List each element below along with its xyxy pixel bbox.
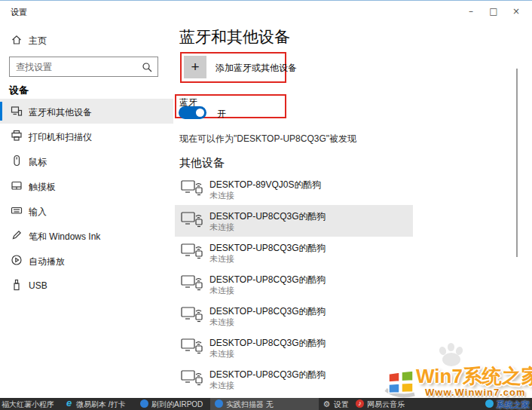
sidebar-section-header: 设备: [9, 84, 29, 97]
sidebar-item-home[interactable]: 主页: [0, 31, 166, 52]
usb-icon: [11, 279, 23, 294]
taskbar-item-6[interactable]: ♪ 网易云音乐: [356, 398, 405, 410]
blue-app-icon: [140, 399, 148, 408]
sidebar-item-label: 自动播放: [29, 255, 65, 268]
device-status: 未连接: [209, 190, 234, 201]
device-status: 未连接: [209, 317, 234, 328]
taskbar-item-2[interactable]: e 微易刷本 /打卡: [65, 398, 126, 410]
sidebar-item-printers[interactable]: 打印机和扫描仪: [0, 124, 173, 148]
blue-app-icon: [215, 399, 223, 408]
gear-icon: ⚙: [323, 399, 331, 408]
page-title: 蓝牙和其他设备: [179, 26, 290, 47]
sidebar-item-touchpad[interactable]: 触摸板: [0, 173, 173, 198]
touchpad-icon: [11, 179, 23, 194]
minimize-button[interactable]: –: [460, 4, 482, 19]
discovery-status: 现在可以作为"DESKTOP-UP8CQ3G"被发现: [179, 133, 356, 145]
devices-icon: [11, 105, 23, 120]
sidebar-item-label: 鼠标: [29, 156, 47, 169]
sidebar-item-bluetooth-devices[interactable]: 蓝牙和其他设备: [0, 99, 173, 124]
window-controls: – □ ×: [460, 4, 527, 19]
taskbar: 福大红薯小程序 e 微易刷本 /打卡 刷到的AIRPOD 实践扫描器 无 ⚙ 设…: [0, 398, 532, 410]
printer-icon: [11, 130, 23, 145]
taskbar-item-settings[interactable]: ⚙ 设置: [323, 398, 349, 410]
sidebar-item-label: USB: [29, 280, 47, 291]
taskbar-item-3[interactable]: 刷到的AIRPOD: [140, 398, 203, 410]
device-status: 未连接: [209, 222, 234, 233]
device-status: 未连接: [209, 348, 234, 360]
plus-icon: +: [184, 56, 206, 78]
ie-icon: e: [65, 399, 73, 408]
remote-device-icon: [181, 369, 203, 391]
remote-device-icon: [181, 242, 203, 265]
sidebar-item-label: 打印机和扫描仪: [29, 131, 92, 144]
maximize-button[interactable]: □: [482, 4, 505, 19]
device-status: 未连接: [209, 253, 234, 265]
taskbar-item-label: 微易刷本 /打卡: [76, 399, 126, 410]
taskbar-item-7[interactable]: 系统之家: [485, 398, 530, 410]
home-icon: [11, 34, 23, 49]
scrollbar[interactable]: [516, 69, 518, 257]
device-row[interactable]: DESKTOP-UP8CQ3G的酷狗 未连接: [175, 332, 413, 363]
sidebar-item-mouse[interactable]: 鼠标: [0, 148, 173, 173]
sidebar-home-label: 主页: [29, 35, 47, 47]
close-button[interactable]: ×: [505, 4, 527, 19]
taskbar-item-1[interactable]: 福大红薯小程序: [2, 398, 54, 410]
sidebar-item-pen-windows-ink[interactable]: 笔和 Windows Ink: [0, 223, 173, 248]
autoplay-icon: [11, 254, 23, 269]
pen-icon: [11, 229, 23, 244]
remote-device-icon: [181, 179, 203, 201]
add-device-button[interactable]: + 添加蓝牙或其他设备: [184, 56, 357, 79]
taskbar-item-4[interactable]: 实践扫描器 无: [210, 398, 319, 410]
sidebar-item-typing[interactable]: 输入: [0, 198, 173, 223]
taskbar-item-label: 网易云音乐: [367, 399, 405, 410]
sidebar-item-label: 输入: [29, 206, 47, 219]
taskbar-item-label: 刷到的AIRPOD: [151, 399, 203, 410]
music-app-icon: ♪: [356, 399, 364, 408]
sidebar-item-usb[interactable]: USB: [0, 273, 173, 298]
window-title: 设置: [11, 7, 27, 18]
device-status: 未连接: [209, 380, 234, 391]
device-row[interactable]: DESKTOP-UP8CQ3G的酷狗 未连接: [175, 205, 413, 237]
main-content: 蓝牙和其他设备 + 添加蓝牙或其他设备 蓝牙 开 现在可以作为"DESKTOP-…: [173, 23, 532, 398]
titlebar: 设置 – □ ×: [0, 1, 532, 23]
teal-globe-icon: [485, 399, 494, 408]
search-icon[interactable]: [142, 62, 152, 75]
remote-device-icon: [181, 337, 203, 360]
bluetooth-state-label: 开: [217, 108, 226, 121]
sidebar-item-label: 笔和 Windows Ink: [29, 231, 100, 243]
device-row[interactable]: DESKTOP-UP8CQ3G的酷狗 未连接: [175, 268, 413, 300]
search-input[interactable]: [16, 57, 136, 76]
bluetooth-toggle[interactable]: [179, 106, 206, 119]
remote-device-icon: [181, 210, 203, 233]
device-row[interactable]: DESKTOP-89VQJ0S的酷狗 未连接: [175, 173, 413, 205]
sidebar-item-autoplay[interactable]: 自动播放: [0, 248, 173, 273]
mouse-icon: [11, 155, 23, 170]
device-row[interactable]: DESKTOP-UP8CQ3G的酷狗 未连接: [175, 300, 413, 332]
add-device-label: 添加蓝牙或其他设备: [216, 62, 297, 75]
search-box: [9, 57, 158, 77]
other-devices-header: 其他设备: [179, 156, 225, 170]
taskbar-item-label: 系统之家: [497, 399, 530, 410]
remote-device-icon: [181, 305, 203, 328]
device-row[interactable]: DESKTOP-UP8CQ3G的酷狗 未连接: [175, 363, 413, 395]
sidebar-item-label: 触摸板: [29, 181, 56, 194]
remote-device-icon: [181, 274, 203, 296]
sidebar-nav: 蓝牙和其他设备 打印机和扫描仪 鼠标 触摸板: [0, 99, 173, 298]
device-list: DESKTOP-89VQJ0S的酷狗 未连接 DESKTOP-UP8CQ3G的酷…: [175, 173, 413, 395]
device-row[interactable]: DESKTOP-UP8CQ3G的酷狗 未连接: [175, 237, 413, 268]
keyboard-icon: [11, 204, 23, 219]
sidebar-item-label: 蓝牙和其他设备: [29, 106, 92, 119]
device-status: 未连接: [209, 285, 234, 296]
sidebar: 主页 设备 蓝牙和其他设备 打印机和扫描仪: [0, 23, 173, 398]
settings-window: 设置 – □ × 主页 设备 蓝牙和其他设备: [0, 0, 532, 410]
taskbar-item-label: 福大红薯小程序: [2, 399, 54, 410]
taskbar-item-label: 实践扫描器 无: [226, 399, 274, 410]
toggle-knob: [196, 109, 204, 117]
taskbar-item-label: 设置: [334, 399, 349, 410]
